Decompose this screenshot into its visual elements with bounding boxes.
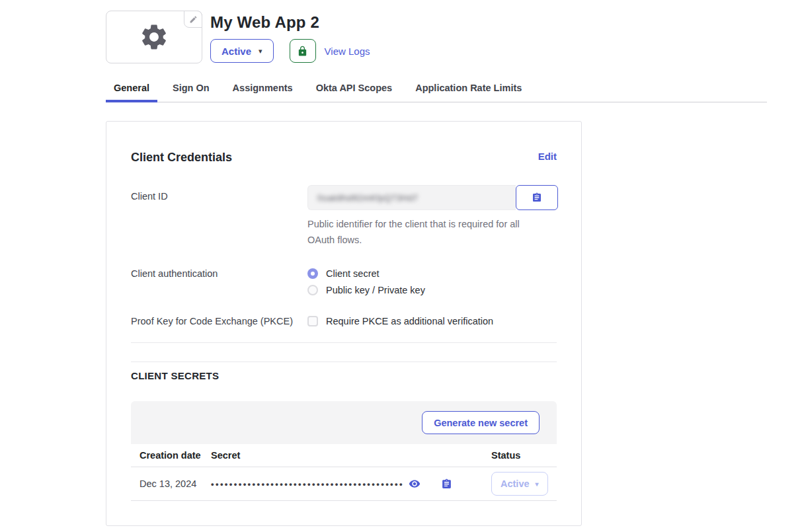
radio-client-secret[interactable] <box>307 268 318 279</box>
tab-sign-on[interactable]: Sign On <box>165 83 218 102</box>
option-client-secret: Client secret <box>307 268 557 279</box>
view-logs-link[interactable]: View Logs <box>325 46 370 57</box>
gear-icon <box>139 22 169 52</box>
chevron-down-icon: ▾ <box>259 47 262 56</box>
column-header-creation-date: Creation date <box>131 450 211 461</box>
divider <box>131 361 557 362</box>
divider <box>131 342 557 343</box>
pkce-checkbox[interactable] <box>307 316 318 326</box>
app-status-dropdown[interactable]: Active ▾ <box>210 39 274 63</box>
tab-application-rate-limits[interactable]: Application Rate Limits <box>407 83 530 102</box>
column-header-status: Status <box>491 450 557 461</box>
client-id-masked-value: 0oak8hd92mKfpQ73Hd7 <box>317 193 419 203</box>
column-header-secret: Secret <box>211 450 491 461</box>
table-row: Dec 13, 2024 •••••••••••••••••••••••••••… <box>131 467 557 501</box>
secret-creation-date: Dec 13, 2024 <box>131 478 211 489</box>
header-actions: Active ▾ View Logs <box>210 39 370 63</box>
lock-icon <box>297 46 308 57</box>
pkce-label: Proof Key for Code Exchange (PKCE) <box>131 316 307 326</box>
secret-status-cell: Active ▾ <box>491 472 557 496</box>
radio-public-private-key-label: Public key / Private key <box>326 285 425 295</box>
client-credentials-card: Client Credentials Edit Client ID 0oak8h… <box>106 121 582 526</box>
eye-icon <box>409 478 421 490</box>
secret-status-label: Active <box>501 478 530 489</box>
client-authentication-options: Client secret Public key / Private key <box>307 268 557 295</box>
tab-general[interactable]: General <box>106 83 157 102</box>
option-require-pkce: Require PKCE as additional verification <box>307 316 557 326</box>
section-title: Client Credentials <box>131 151 232 165</box>
client-id-value-field: 0oak8hd92mKfpQ73Hd7 <box>307 185 516 210</box>
client-id-help-text: Public identifier for the client that is… <box>307 216 539 248</box>
tab-okta-api-scopes[interactable]: Okta API Scopes <box>308 83 401 102</box>
client-authentication-row: Client authentication Client secret Publ… <box>131 268 557 295</box>
app-header: My Web App 2 Active ▾ View Logs <box>0 0 802 63</box>
app-status-label: Active <box>221 46 251 57</box>
app-logo <box>106 11 202 63</box>
radio-public-private-key[interactable] <box>307 285 318 295</box>
okta-app-settings-page: My Web App 2 Active ▾ View Logs General … <box>0 0 802 532</box>
generate-new-secret-button[interactable]: Generate new secret <box>422 411 540 434</box>
copy-client-id-button[interactable] <box>516 185 558 210</box>
secret-masked-value: ••••••••••••••••••••••••••••••••••••••••… <box>211 479 404 489</box>
client-id-control: 0oak8hd92mKfpQ73Hd7 Public identifier fo… <box>307 185 558 248</box>
client-authentication-label: Client authentication <box>131 268 307 295</box>
pkce-control: Require PKCE as additional verification <box>307 316 557 326</box>
copy-secret-button[interactable] <box>441 478 452 490</box>
client-id-row: Client ID 0oak8hd92mKfpQ73Hd7 Public ide… <box>131 185 557 248</box>
option-public-private-key: Public key / Private key <box>307 285 557 295</box>
tab-assignments[interactable]: Assignments <box>225 83 301 102</box>
radio-client-secret-label: Client secret <box>326 268 380 279</box>
table-toolbar: Generate new secret <box>131 401 557 444</box>
client-secrets-table: Generate new secret Creation date Secret… <box>131 401 557 501</box>
secret-cell: ••••••••••••••••••••••••••••••••••••••••… <box>211 478 491 490</box>
clipboard-copy-icon <box>441 478 452 490</box>
pkce-row: Proof Key for Code Exchange (PKCE) Requi… <box>131 316 557 326</box>
chevron-down-icon: ▾ <box>536 480 539 488</box>
reveal-secret-button[interactable] <box>409 478 421 490</box>
page-title: My Web App 2 <box>210 13 370 32</box>
clipboard-copy-icon <box>532 192 542 203</box>
pencil-icon <box>189 15 198 24</box>
federation-lock-button[interactable] <box>290 39 316 63</box>
client-id-input-group: 0oak8hd92mKfpQ73Hd7 <box>307 185 558 210</box>
secret-status-dropdown[interactable]: Active ▾ <box>491 472 548 496</box>
table-header-row: Creation date Secret Status <box>131 444 557 467</box>
client-id-label: Client ID <box>131 185 307 248</box>
client-secrets-title: CLIENT SECRETS <box>131 370 557 381</box>
edit-logo-button[interactable] <box>184 11 202 28</box>
edit-link[interactable]: Edit <box>538 151 557 162</box>
tab-bar: General Sign On Assignments Okta API Sco… <box>106 83 767 102</box>
pkce-option-label: Require PKCE as additional verification <box>326 316 493 326</box>
section-header: Client Credentials Edit <box>131 151 557 165</box>
header-main: My Web App 2 Active ▾ View Logs <box>210 11 370 63</box>
